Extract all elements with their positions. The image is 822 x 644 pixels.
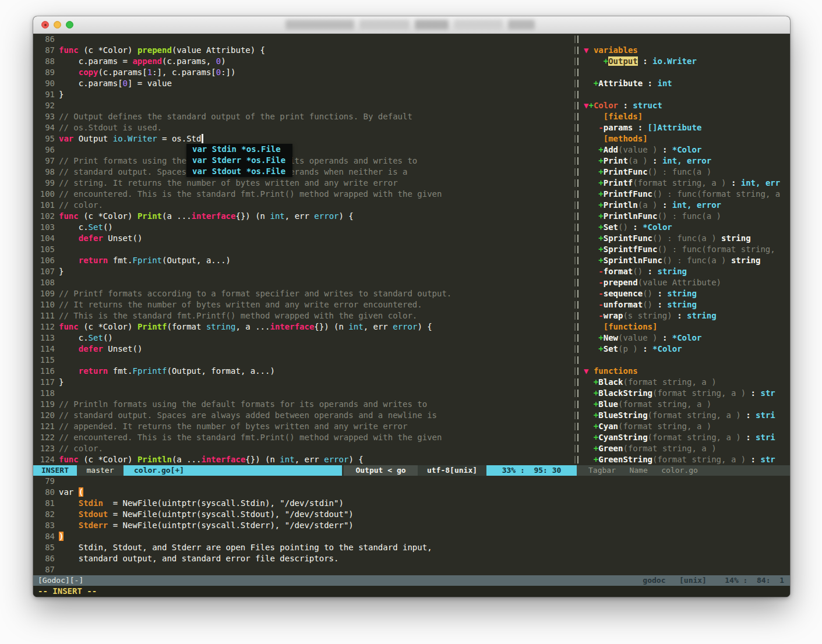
tagbar-entry[interactable] <box>580 355 790 366</box>
completion-item[interactable]: var Stderr *os.File <box>192 155 285 166</box>
code-line[interactable]: 89 copy(c.params[1:], c.params[0:]) <box>33 67 574 78</box>
godoc-line[interactable]: 79 <box>33 476 790 487</box>
tagbar-entry[interactable]: [methods] <box>580 133 790 144</box>
completion-item[interactable]: var Stdin *os.File <box>192 144 285 155</box>
godoc-line[interactable]: 87 <box>33 564 790 575</box>
code-line[interactable]: 87func (c *Color) prepend(value Attribut… <box>33 45 574 56</box>
code-line[interactable]: 98// standard output. Spaces are added b… <box>33 167 574 178</box>
code-line[interactable]: 104 defer Unset() <box>33 233 574 244</box>
tagbar-entry[interactable]: +PrintFunc() : func(a ) <box>580 167 790 178</box>
tagbar-sidebar[interactable]: ▼ variables+Output : io.Writer+Attribute… <box>580 34 790 465</box>
code-line[interactable]: 88 c.params = append(c.params, 0) <box>33 56 574 67</box>
godoc-line[interactable]: 84) <box>33 531 790 542</box>
code-line[interactable]: 107} <box>33 266 574 277</box>
tagbar-entry[interactable]: [fields] <box>580 111 790 122</box>
code-line[interactable]: 92 <box>33 100 574 111</box>
tagbar-entry[interactable]: +Printf(format string, a ) : int, err <box>580 178 790 189</box>
tagbar-entry[interactable]: +SprintlnFunc() : func(a ) string <box>580 255 790 266</box>
tagbar-entry[interactable]: +BlackString(format string, a ) : str <box>580 388 790 399</box>
godoc-line[interactable]: 81 Stdin = NewFile(uintptr(syscall.Stdin… <box>33 498 790 509</box>
code-line[interactable]: 94// os.Stdout is used. <box>33 122 574 133</box>
tagbar-entry[interactable]: +Set(p ) : *Color <box>580 344 790 355</box>
tagbar-entry[interactable]: -wrap(s string) : string <box>580 310 790 321</box>
tagbar-entry[interactable]: +CyanString(format string, a ) : stri <box>580 432 790 443</box>
code-line[interactable]: 105 <box>33 244 574 255</box>
code-line[interactable]: 111// This is the standard fmt.Printf() … <box>33 310 574 321</box>
code-line[interactable]: 108 <box>33 277 574 288</box>
code-line[interactable]: 86 <box>33 34 574 45</box>
tagbar-entry[interactable]: +PrintfFunc() : func(format string, a <box>580 189 790 200</box>
code-line[interactable]: 103 c.Set() <box>33 222 574 233</box>
code-line[interactable]: 123// color. <box>33 443 574 454</box>
minimize-button[interactable] <box>54 21 61 29</box>
code-line[interactable]: 96 <box>33 144 574 155</box>
godoc-line[interactable]: 85 Stdin, Stdout, and Stderr are open Fi… <box>33 542 790 553</box>
tagbar-entry[interactable]: ▼ functions <box>580 366 790 377</box>
code-line[interactable]: 120// standard output. Spaces are always… <box>33 410 574 421</box>
tagbar-entry[interactable]: +Println(a ) : int, error <box>580 200 790 211</box>
code-window[interactable]: var Stdin *os.Filevar Stderr *os.Filevar… <box>33 34 574 465</box>
code-line[interactable]: 124func (c *Color) Println(a ...interfac… <box>33 454 574 465</box>
completion-popup[interactable]: var Stdin *os.Filevar Stderr *os.Filevar… <box>186 144 292 177</box>
tagbar-entry[interactable]: +Black(format string, a ) <box>580 377 790 388</box>
code-line[interactable]: 110// It returns the number of bytes wri… <box>33 299 574 310</box>
code-line[interactable]: 91} <box>33 89 574 100</box>
code-line[interactable]: 112func (c *Color) Printf(format string,… <box>33 321 574 332</box>
godoc-window[interactable]: 7980var (81 Stdin = NewFile(uintptr(sysc… <box>33 476 790 575</box>
tagbar-entry[interactable] <box>580 34 790 45</box>
code-line[interactable]: 93// Output defines the standard output … <box>33 111 574 122</box>
code-line[interactable]: 97// Print formats using the default for… <box>33 155 574 167</box>
tagbar-entry[interactable]: [functions] <box>580 321 790 332</box>
tagbar-entry[interactable]: +New(value ) : *Color <box>580 332 790 344</box>
code-line[interactable]: 109// Printf formats according to a form… <box>33 288 574 299</box>
code-line[interactable]: 99// string. It returns the number of by… <box>33 178 574 189</box>
tagbar-entry[interactable]: -params : []Attribute <box>580 122 790 133</box>
godoc-line[interactable]: 86 standard output, and standard error f… <box>33 553 790 564</box>
code-line[interactable]: 115 <box>33 355 574 366</box>
code-line[interactable]: 116 return fmt.Fprintf(Output, format, a… <box>33 366 574 377</box>
tagbar-entry[interactable]: +Output : io.Writer <box>580 56 790 67</box>
tagbar-entry[interactable]: +BlueString(format string, a ) : stri <box>580 410 790 421</box>
code-line[interactable]: 102func (c *Color) Print(a ...interface{… <box>33 211 574 222</box>
code-line[interactable]: 117} <box>33 377 574 388</box>
tagbar-entry[interactable]: +Cyan(format string, a ) <box>580 421 790 432</box>
tagbar-entry[interactable]: ▼ variables <box>580 45 790 56</box>
code-line[interactable]: 101// color. <box>33 200 574 211</box>
completion-item[interactable]: var Stdout *os.File <box>192 166 285 177</box>
tagbar-entry[interactable]: +Attribute : int <box>580 78 790 89</box>
close-button[interactable] <box>41 21 49 29</box>
code-line[interactable]: 113 c.Set() <box>33 332 574 344</box>
code-line[interactable]: 122// encountered. This is the standard … <box>33 432 574 443</box>
code-line[interactable]: 118 <box>33 388 574 399</box>
code-line[interactable]: 90 c.params[0] = value <box>33 78 574 89</box>
tagbar-entry[interactable]: ▼+Color : struct <box>580 100 790 111</box>
code-line[interactable]: 106 return fmt.Fprint(Output, a...) <box>33 255 574 266</box>
tagbar-entry[interactable]: -format() : string <box>580 266 790 277</box>
godoc-line[interactable]: 80var ( <box>33 487 790 498</box>
tagbar-entry[interactable]: +PrintlnFunc() : func(a ) <box>580 211 790 222</box>
tagbar-entry[interactable]: -prepend(value Attribute) <box>580 277 790 288</box>
godoc-line[interactable]: 82 Stdout = NewFile(uintptr(syscall.Stdo… <box>33 509 790 520</box>
godoc-line[interactable]: 83 Stderr = NewFile(uintptr(syscall.Stde… <box>33 520 790 531</box>
tagbar-entry[interactable]: +Print(a ) : int, error <box>580 155 790 167</box>
tagbar-entry[interactable] <box>580 67 790 78</box>
zoom-button[interactable] <box>66 21 73 29</box>
code-line[interactable]: 119// Println formats using the default … <box>33 399 574 410</box>
code-line[interactable]: 100// encountered. This is the standard … <box>33 189 574 200</box>
tagbar-entry[interactable]: +Green(format string, a ) <box>580 443 790 454</box>
vertical-split-separator[interactable] <box>574 34 580 465</box>
tagbar-entry[interactable] <box>580 89 790 100</box>
tagbar-entry[interactable]: +GreenString(format string, a ) : str <box>580 454 790 465</box>
code-line[interactable]: 95var Output io.Writer = os.Std <box>33 133 574 144</box>
code-line[interactable]: 114 defer Unset() <box>33 344 574 355</box>
tagbar-entry[interactable]: -unformat() : string <box>580 299 790 310</box>
title-bar[interactable] <box>33 16 790 34</box>
tagbar-entry[interactable]: +Set() : *Color <box>580 222 790 233</box>
tagbar-entry[interactable]: +Add(value ) : *Color <box>580 144 790 155</box>
godoc-status-line: [Godoc][-] godoc [unix] 14% : 84: 1 <box>33 575 790 586</box>
tagbar-entry[interactable]: +SprintFunc() : func(a ) string <box>580 233 790 244</box>
tagbar-entry[interactable]: +Blue(format string, a ) <box>580 399 790 410</box>
tagbar-entry[interactable]: +SprintfFunc() : func(format string, <box>580 244 790 255</box>
code-line[interactable]: 121// appended. It returns the number of… <box>33 421 574 432</box>
tagbar-entry[interactable]: -sequence() : string <box>580 288 790 299</box>
